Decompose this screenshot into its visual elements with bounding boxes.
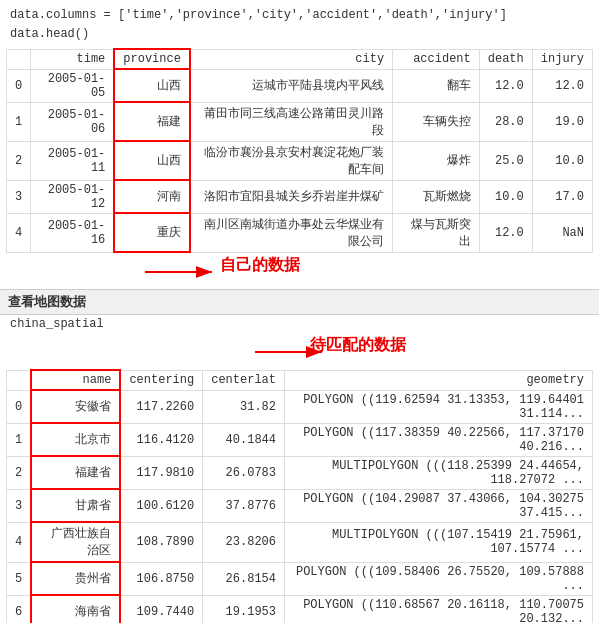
table-row: 6海南省109.744019.1953POLYGON ((110.68567 2… bbox=[7, 595, 593, 623]
table-cell: 6 bbox=[7, 595, 32, 623]
table-cell: 河南 bbox=[114, 180, 190, 213]
table-cell: 106.8750 bbox=[120, 562, 202, 595]
table-cell: 1 bbox=[7, 423, 32, 456]
col-header-name: name bbox=[31, 370, 120, 390]
bottom-dataframe: name centering centerlat geometry 0安徽省11… bbox=[6, 369, 593, 623]
table-cell: POLYGON ((110.68567 20.16118, 110.70075 … bbox=[285, 595, 593, 623]
table-cell: 28.0 bbox=[479, 102, 532, 141]
annotation-area-1: 自己的数据 bbox=[0, 253, 599, 289]
table-cell: 117.9810 bbox=[120, 456, 202, 489]
table-cell: 2005-01-16 bbox=[31, 213, 115, 252]
table-cell: 100.6120 bbox=[120, 489, 202, 522]
section-title-map: 查看地图数据 bbox=[0, 289, 599, 315]
table-row: 3甘肃省100.612037.8776POLYGON ((104.29087 3… bbox=[7, 489, 593, 522]
annotation-text-2: 待匹配的数据 bbox=[310, 335, 406, 356]
table-cell: 2005-01-11 bbox=[31, 141, 115, 180]
table-row: 2福建省117.981026.0783MULTIPOLYGON (((118.2… bbox=[7, 456, 593, 489]
table-row: 12005-01-06福建莆田市同三线高速公路莆田灵川路段车辆失控28.019.… bbox=[7, 102, 593, 141]
table-cell: 甘肃省 bbox=[31, 489, 120, 522]
table-cell: POLYGON ((104.29087 37.43066, 104.30275 … bbox=[285, 489, 593, 522]
annotation-text-1: 自己的数据 bbox=[220, 255, 300, 276]
table-cell: 0 bbox=[7, 390, 32, 423]
table-cell: POLYGON ((119.62594 31.13353, 119.64401 … bbox=[285, 390, 593, 423]
table-cell: 北京市 bbox=[31, 423, 120, 456]
table-cell: 12.0 bbox=[479, 69, 532, 102]
table-cell: 南川区南城街道办事处云华煤业有限公司 bbox=[190, 213, 393, 252]
table-cell: 车辆失控 bbox=[393, 102, 480, 141]
table-cell: 12.0 bbox=[479, 213, 532, 252]
top-table-wrapper: time province city accident death injury… bbox=[0, 48, 599, 253]
code-line-1: data.columns = ['time','province','city'… bbox=[10, 6, 589, 25]
table-cell: 广西壮族自治区 bbox=[31, 522, 120, 562]
table-cell: 4 bbox=[7, 522, 32, 562]
table-row: 42005-01-16重庆南川区南城街道办事处云华煤业有限公司煤与瓦斯突出12.… bbox=[7, 213, 593, 252]
table-cell: 2005-01-12 bbox=[31, 180, 115, 213]
map-section-title: 查看地图数据 bbox=[8, 294, 86, 309]
table-cell: POLYGON ((117.38359 40.22566, 117.37170 … bbox=[285, 423, 593, 456]
table-cell: NaN bbox=[532, 213, 592, 252]
table-cell: 海南省 bbox=[31, 595, 120, 623]
table-cell: 山西 bbox=[114, 69, 190, 102]
table-cell: 3 bbox=[7, 489, 32, 522]
bottom-table-wrapper: name centering centerlat geometry 0安徽省11… bbox=[0, 369, 599, 623]
table-cell: 贵州省 bbox=[31, 562, 120, 595]
table-row: 1北京市116.412040.1844POLYGON ((117.38359 4… bbox=[7, 423, 593, 456]
table-cell: 福建 bbox=[114, 102, 190, 141]
table-cell: 117.2260 bbox=[120, 390, 202, 423]
table-cell: 2005-01-06 bbox=[31, 102, 115, 141]
table-row: 5贵州省106.875026.8154POLYGON (((109.58406 … bbox=[7, 562, 593, 595]
table-cell: 1 bbox=[7, 102, 31, 141]
col-header-idx2 bbox=[7, 370, 32, 390]
table-cell: 17.0 bbox=[532, 180, 592, 213]
table-cell: POLYGON (((109.58406 26.75520, 109.57888… bbox=[285, 562, 593, 595]
table-row: 22005-01-11山西临汾市襄汾县京安村襄淀花炮厂装配车间爆炸25.010.… bbox=[7, 141, 593, 180]
table-cell: 109.7440 bbox=[120, 595, 202, 623]
table-cell: 爆炸 bbox=[393, 141, 480, 180]
code-section: data.columns = ['time','province','city'… bbox=[0, 0, 599, 48]
arrow-icon-1 bbox=[140, 257, 220, 287]
table-cell: 洛阳市宜阳县城关乡乔岩崖井煤矿 bbox=[190, 180, 393, 213]
table-cell: 31.82 bbox=[203, 390, 285, 423]
table-cell: 临汾市襄汾县京安村襄淀花炮厂装配车间 bbox=[190, 141, 393, 180]
table-cell: 运城市平陆县境内平风线 bbox=[190, 69, 393, 102]
col-header-province: province bbox=[114, 49, 190, 69]
table-cell: 26.8154 bbox=[203, 562, 285, 595]
col-header-centerlat: centerlat bbox=[203, 370, 285, 390]
table-cell: 山西 bbox=[114, 141, 190, 180]
table-row: 02005-01-05山西运城市平陆县境内平风线翻车12.012.0 bbox=[7, 69, 593, 102]
col-header-time: time bbox=[31, 49, 115, 69]
table-cell: 25.0 bbox=[479, 141, 532, 180]
table-cell: 19.1953 bbox=[203, 595, 285, 623]
table-cell: 23.8206 bbox=[203, 522, 285, 562]
spatial-label: china_spatial bbox=[0, 315, 599, 333]
table-cell: 108.7890 bbox=[120, 522, 202, 562]
table-cell: 瓦斯燃烧 bbox=[393, 180, 480, 213]
table-cell: 26.0783 bbox=[203, 456, 285, 489]
col-header-idx bbox=[7, 49, 31, 69]
annotation-area-2: 待匹配的数据 bbox=[0, 333, 599, 369]
col-header-geometry: geometry bbox=[285, 370, 593, 390]
table-cell: 2 bbox=[7, 141, 31, 180]
table-cell: 安徽省 bbox=[31, 390, 120, 423]
table-cell: 4 bbox=[7, 213, 31, 252]
table-cell: 3 bbox=[7, 180, 31, 213]
table-cell: 2005-01-05 bbox=[31, 69, 115, 102]
table-cell: 10.0 bbox=[479, 180, 532, 213]
table-cell: 0 bbox=[7, 69, 31, 102]
table-row: 0安徽省117.226031.82POLYGON ((119.62594 31.… bbox=[7, 390, 593, 423]
table-cell: 重庆 bbox=[114, 213, 190, 252]
table-cell: 116.4120 bbox=[120, 423, 202, 456]
col-header-death: death bbox=[479, 49, 532, 69]
table-cell: 煤与瓦斯突出 bbox=[393, 213, 480, 252]
table-row: 4广西壮族自治区108.789023.8206MULTIPOLYGON (((1… bbox=[7, 522, 593, 562]
col-header-centering: centering bbox=[120, 370, 202, 390]
col-header-accident: accident bbox=[393, 49, 480, 69]
table-cell: 40.1844 bbox=[203, 423, 285, 456]
table-cell: MULTIPOLYGON (((107.15419 21.75961, 107.… bbox=[285, 522, 593, 562]
table-cell: 2 bbox=[7, 456, 32, 489]
table-cell: 福建省 bbox=[31, 456, 120, 489]
table-cell: 19.0 bbox=[532, 102, 592, 141]
table-cell: 37.8776 bbox=[203, 489, 285, 522]
table-cell: MULTIPOLYGON (((118.25399 24.44654, 118.… bbox=[285, 456, 593, 489]
col-header-injury: injury bbox=[532, 49, 592, 69]
